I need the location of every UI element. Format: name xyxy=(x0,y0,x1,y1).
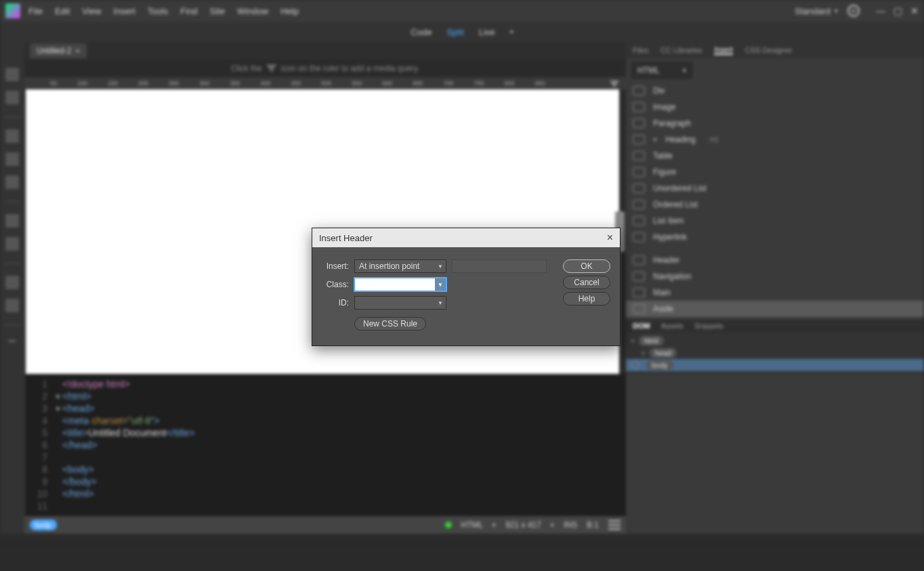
status-lang[interactable]: HTML xyxy=(461,520,484,530)
class-combobox[interactable]: ▼ xyxy=(354,278,446,291)
window-minimize-icon[interactable]: — xyxy=(876,5,885,16)
status-bar: body HTML▾ 921 x 417▾ INS B:1 xyxy=(24,516,626,534)
insert-heading[interactable]: ▾Heading: H1 xyxy=(626,131,924,148)
insert-div[interactable]: Div xyxy=(626,83,924,99)
insert-label: Insert: xyxy=(322,261,349,271)
insert-paragraph[interactable]: Paragraph xyxy=(626,115,924,131)
right-panel: Files CC Libraries Insert CSS Designer H… xyxy=(626,42,924,534)
insert-category-dropdown[interactable]: HTML▾ xyxy=(631,62,692,79)
toolbar-separator xyxy=(5,263,20,263)
view-code[interactable]: Code xyxy=(411,27,432,37)
tab-files[interactable]: Files xyxy=(633,46,648,54)
insert-list: Div Image Paragraph ▾Heading: H1 Table F… xyxy=(626,83,924,317)
document-tab[interactable]: Untitled-2 × xyxy=(30,43,87,58)
window-restore-icon[interactable]: ▢ xyxy=(894,5,902,16)
status-ok-icon xyxy=(445,522,452,528)
tab-close-icon[interactable]: × xyxy=(75,47,79,55)
id-label: ID: xyxy=(322,298,349,308)
sync-icon[interactable]: ⟳ xyxy=(847,5,860,17)
class-dropdown-icon[interactable]: ▼ xyxy=(435,278,446,291)
workspace-switcher[interactable]: Standard▾ xyxy=(795,6,838,16)
dom-node-body[interactable]: body xyxy=(626,359,924,371)
dialog-close-icon[interactable]: × xyxy=(607,232,613,244)
tool-8[interactable] xyxy=(5,276,19,289)
menu-find[interactable]: Find xyxy=(180,6,197,16)
tool-4[interactable] xyxy=(5,152,19,166)
dom-panel: DOM Assets Snippets ▾html ▸head body xyxy=(626,320,924,374)
tool-1[interactable] xyxy=(5,68,19,81)
tab-cc-libraries[interactable]: CC Libraries xyxy=(660,46,702,54)
insert-main[interactable]: Main xyxy=(626,284,924,301)
insert-header-dialog: Insert Header × Insert: At insertion poi… xyxy=(312,228,621,346)
left-toolbar: ••• xyxy=(0,42,24,534)
menu-help[interactable]: Help xyxy=(280,6,299,16)
visibility-icon[interactable] xyxy=(631,361,639,369)
dom-node-html[interactable]: ▾html xyxy=(631,335,919,347)
dialog-titlebar[interactable]: Insert Header × xyxy=(312,228,620,247)
document-tabs: Untitled-2 × xyxy=(24,42,626,60)
menu-edit[interactable]: Edit xyxy=(55,6,70,16)
tool-3[interactable] xyxy=(5,129,19,143)
toolbar-separator xyxy=(5,324,20,325)
menu-tools[interactable]: Tools xyxy=(148,6,168,16)
snippets-tab[interactable]: Snippets xyxy=(694,322,723,330)
status-tag-selector[interactable]: body xyxy=(30,520,57,530)
insert-aside[interactable]: Aside xyxy=(626,301,924,317)
right-panel-tabs: Files CC Libraries Insert CSS Designer xyxy=(626,42,924,58)
menu-view[interactable]: View xyxy=(82,6,101,16)
tab-css-designer[interactable]: CSS Designer xyxy=(745,46,793,54)
tool-2[interactable] xyxy=(5,91,19,104)
toolbar-separator xyxy=(5,201,20,202)
insert-ol[interactable]: Ordered List xyxy=(626,196,924,213)
insert-navigation[interactable]: Navigation xyxy=(626,268,924,284)
menu-insert[interactable]: Insert xyxy=(113,6,135,16)
menu-file[interactable]: File xyxy=(28,6,43,16)
tool-5[interactable] xyxy=(5,175,19,189)
assets-tab[interactable]: Assets xyxy=(661,322,684,330)
class-label: Class: xyxy=(322,280,349,289)
toolbar-separator xyxy=(5,117,20,117)
insert-position-select[interactable]: At insertion point▼ xyxy=(354,259,446,273)
media-query-hint: Click the icon on the ruler to add a med… xyxy=(24,60,626,77)
dialog-title-text: Insert Header xyxy=(319,233,373,243)
status-ins[interactable]: INS xyxy=(564,520,577,530)
view-dropdown-icon[interactable]: ▾ xyxy=(510,28,513,35)
view-live[interactable]: Live xyxy=(479,27,495,37)
help-button[interactable]: Help xyxy=(563,292,610,305)
tool-9[interactable] xyxy=(5,299,19,312)
tool-6[interactable] xyxy=(5,214,19,228)
app-logo xyxy=(5,3,20,18)
insert-hyperlink[interactable]: Hyperlink xyxy=(626,229,924,245)
ok-button[interactable]: OK xyxy=(563,259,610,273)
top-menu-bar: File Edit View Insert Tools Find Site Wi… xyxy=(0,0,924,22)
code-view[interactable]: 1 <!doctype html> 2▾<html> 3▾<head> 4 <m… xyxy=(26,374,626,516)
toolbar-more-icon[interactable]: ••• xyxy=(9,337,16,345)
ruler[interactable]: 50100150 200250300 350400450 500550600 6… xyxy=(24,77,626,89)
insert-figure[interactable]: Figure xyxy=(626,164,924,180)
status-enc: B:1 xyxy=(587,520,599,530)
insert-table[interactable]: Table xyxy=(626,148,924,164)
insert-image[interactable]: Image xyxy=(626,99,924,115)
view-switcher: Code Split Live ▾ xyxy=(0,22,924,42)
window-close-icon[interactable]: ✕ xyxy=(910,5,919,16)
tool-7[interactable] xyxy=(5,237,19,251)
dom-tab[interactable]: DOM xyxy=(633,322,650,330)
status-menu-icon[interactable] xyxy=(608,520,621,530)
class-input[interactable] xyxy=(359,280,442,289)
main-menu: File Edit View Insert Tools Find Site Wi… xyxy=(28,6,299,16)
status-dims[interactable]: 921 x 417 xyxy=(505,520,541,530)
new-css-rule-button[interactable]: New CSS Rule xyxy=(354,317,426,331)
menu-window[interactable]: Window xyxy=(237,6,268,16)
cancel-button[interactable]: Cancel xyxy=(563,276,610,289)
footer xyxy=(0,534,924,543)
id-combobox[interactable]: ▼ xyxy=(354,296,446,310)
view-split[interactable]: Split xyxy=(446,27,463,37)
insert-target-select xyxy=(452,259,547,273)
tab-insert[interactable]: Insert xyxy=(714,45,733,55)
ruler-marker-icon[interactable] xyxy=(610,79,619,88)
dom-node-head[interactable]: ▸head xyxy=(631,347,919,359)
menu-site[interactable]: Site xyxy=(209,6,224,16)
insert-header[interactable]: Header xyxy=(626,252,924,268)
insert-ul[interactable]: Unordered List xyxy=(626,180,924,196)
insert-li[interactable]: List Item xyxy=(626,213,924,229)
